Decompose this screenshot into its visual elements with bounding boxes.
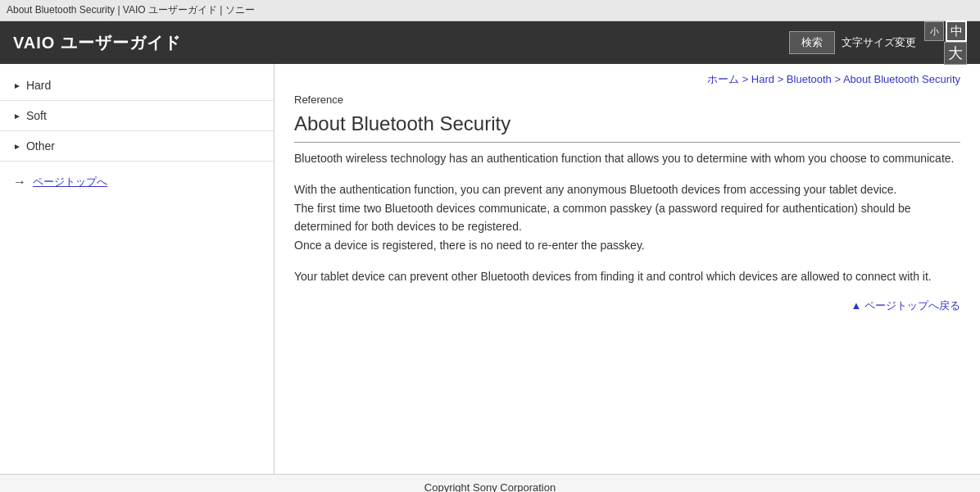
main-layout: ► Hard ► Soft ► Other → ページトップへ ホーム > Ha… [0,64,980,474]
sidebar-link[interactable]: ページトップへ [33,175,107,189]
sidebar-link-area: → ページトップへ [0,162,274,203]
sidebar: ► Hard ► Soft ► Other → ページトップへ [0,64,274,474]
back-to-top-label: ▲ ページトップへ戻る [851,299,960,312]
hard-arrow-icon: ► [13,81,21,90]
breadcrumb-bluetooth[interactable]: Bluetooth [787,73,832,85]
breadcrumb-hard[interactable]: Hard [751,73,774,85]
font-medium-button[interactable]: 中 [946,20,967,42]
sidebar-soft-label: Soft [26,109,47,122]
back-to-top-link[interactable]: ▲ ページトップへ戻る [294,298,960,313]
page-title: About Bluetooth Security [294,112,960,143]
font-size-controls: 小 中 大 [923,20,967,65]
content-para3: Your tablet device can prevent other Blu… [294,267,960,285]
breadcrumb-current: About Bluetooth Security [843,73,960,85]
font-size-row2: 大 [923,42,967,65]
site-title: VAIO ユーザーガイド [13,32,181,54]
content-area: ホーム > Hard > Bluetooth > About Bluetooth… [274,64,980,474]
search-button[interactable]: 検索 [789,31,835,54]
sidebar-item-soft[interactable]: ► Soft [0,101,274,131]
font-size-row1: 小 中 [924,20,967,42]
breadcrumb-home[interactable]: ホーム [707,73,739,85]
font-small-button[interactable]: 小 [924,21,944,41]
header-controls: 検索 文字サイズ変更 小 中 大 [789,20,967,65]
breadcrumb-sep1: > [739,73,751,85]
sidebar-hard-label: Hard [26,79,51,92]
font-large-button[interactable]: 大 [944,42,967,65]
other-arrow-icon: ► [13,142,21,151]
breadcrumb: ホーム > Hard > Bluetooth > About Bluetooth… [294,72,960,87]
header: VAIO ユーザーガイド 検索 文字サイズ変更 小 中 大 [0,21,980,64]
sidebar-other-label: Other [26,139,55,153]
tab-label: About Bluetooth Security | VAIO ユーザーガイド … [7,4,255,16]
reference-label: Reference [294,93,960,106]
sidebar-item-hard[interactable]: ► Hard [0,71,274,101]
soft-arrow-icon: ► [13,112,21,121]
breadcrumb-sep3: > [832,73,843,85]
content-para2: With the authentication function, you ca… [294,180,960,254]
sidebar-link-arrow-icon: → [13,175,26,189]
footer-label: Copyright Sony Corporation [424,481,556,492]
footer: Copyright Sony Corporation [0,474,980,492]
font-size-label: 文字サイズ変更 [842,35,916,50]
browser-tab: About Bluetooth Security | VAIO ユーザーガイド … [0,0,980,21]
breadcrumb-sep2: > [774,73,787,85]
sidebar-item-other[interactable]: ► Other [0,131,274,162]
content-para1: Bluetooth wireless technology has an aut… [294,149,960,167]
